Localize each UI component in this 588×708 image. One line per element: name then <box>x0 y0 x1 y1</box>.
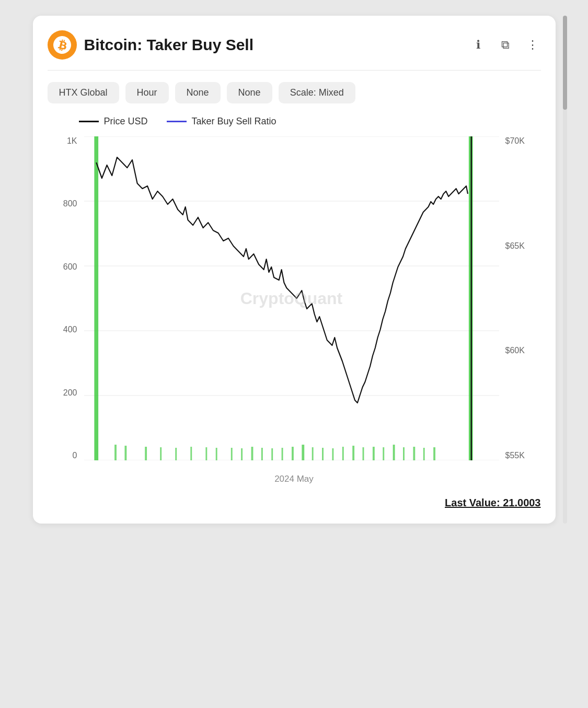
indicator1-filter-button[interactable]: None <box>175 82 221 103</box>
y-left-800: 800 <box>63 199 77 208</box>
svg-rect-13 <box>205 447 207 460</box>
scrollbar-thumb[interactable] <box>563 16 567 110</box>
svg-rect-7 <box>114 445 117 460</box>
svg-rect-28 <box>362 447 364 460</box>
legend-ratio-label: Taker Buy Sell Ratio <box>192 116 276 127</box>
svg-rect-10 <box>160 447 162 460</box>
chart-canvas: CryptoQuant <box>84 136 499 460</box>
y-axis-right: $70K $65K $60K $55K <box>501 136 541 460</box>
indicator2-filter-button[interactable]: None <box>227 82 272 103</box>
legend-ratio-line <box>167 121 187 122</box>
svg-rect-19 <box>271 448 273 460</box>
y-right-65k: $65K <box>505 241 525 251</box>
svg-rect-11 <box>175 448 177 460</box>
y-left-1k: 1K <box>67 136 77 146</box>
svg-rect-27 <box>352 446 354 460</box>
more-options-icon[interactable]: ⋮ <box>524 37 541 53</box>
svg-rect-8 <box>124 446 126 460</box>
y-right-60k: $60K <box>505 346 525 355</box>
external-link-icon[interactable]: ⧉ <box>497 37 514 53</box>
svg-rect-34 <box>423 448 424 460</box>
svg-rect-14 <box>215 448 217 460</box>
header-icons: ℹ ⧉ ⋮ <box>470 37 541 53</box>
x-axis-label: 2024 May <box>274 474 314 484</box>
chart-title: Bitcoin: Taker Buy Sell <box>84 36 463 54</box>
svg-rect-35 <box>433 447 435 460</box>
svg-rect-31 <box>393 445 395 460</box>
bitcoin-icon <box>53 36 71 54</box>
chart-legend: Price USD Taker Buy Sell Ratio <box>79 116 541 127</box>
svg-rect-12 <box>190 447 192 460</box>
y-left-600: 600 <box>63 262 77 272</box>
bitcoin-logo <box>48 30 77 60</box>
y-left-200: 200 <box>63 388 77 398</box>
legend-ratio: Taker Buy Sell Ratio <box>167 116 276 127</box>
y-right-55k: $55K <box>505 451 525 460</box>
svg-rect-29 <box>372 447 374 460</box>
legend-price-label: Price USD <box>104 116 148 127</box>
svg-rect-23 <box>312 447 313 460</box>
info-icon[interactable]: ℹ <box>470 37 487 53</box>
y-axis-left: 1K 800 600 400 200 0 <box>48 136 82 460</box>
svg-rect-9 <box>145 447 147 460</box>
scrollbar[interactable] <box>563 16 567 524</box>
svg-rect-32 <box>403 447 405 460</box>
exchange-filter-button[interactable]: HTX Global <box>48 82 119 103</box>
svg-rect-21 <box>292 447 294 460</box>
svg-rect-6 <box>94 136 98 460</box>
scale-filter-button[interactable]: Scale: Mixed <box>279 82 355 103</box>
svg-rect-26 <box>342 447 343 460</box>
legend-price-usd: Price USD <box>79 116 148 127</box>
y-left-400: 400 <box>63 325 77 334</box>
svg-rect-30 <box>383 447 384 460</box>
chart-card: Bitcoin: Taker Buy Sell ℹ ⧉ ⋮ HTX Global… <box>33 16 556 524</box>
svg-rect-22 <box>302 445 304 460</box>
y-right-70k: $70K <box>505 136 525 146</box>
time-filter-button[interactable]: Hour <box>125 82 169 103</box>
svg-rect-15 <box>230 448 232 460</box>
svg-rect-25 <box>332 448 333 460</box>
chart-area: 1K 800 600 400 200 0 CryptoQuant <box>48 136 541 492</box>
filter-row: HTX Global Hour None None Scale: Mixed <box>48 82 541 103</box>
last-value-display: Last Value: 21.0003 <box>48 497 541 509</box>
y-left-0: 0 <box>73 451 77 460</box>
svg-rect-16 <box>241 448 243 460</box>
chart-svg <box>84 136 499 460</box>
card-header: Bitcoin: Taker Buy Sell ℹ ⧉ ⋮ <box>48 30 541 71</box>
svg-rect-17 <box>251 447 253 460</box>
svg-rect-20 <box>281 448 283 460</box>
svg-rect-24 <box>322 448 324 460</box>
legend-price-line <box>79 121 99 122</box>
svg-rect-33 <box>413 447 415 460</box>
svg-rect-18 <box>261 448 262 460</box>
